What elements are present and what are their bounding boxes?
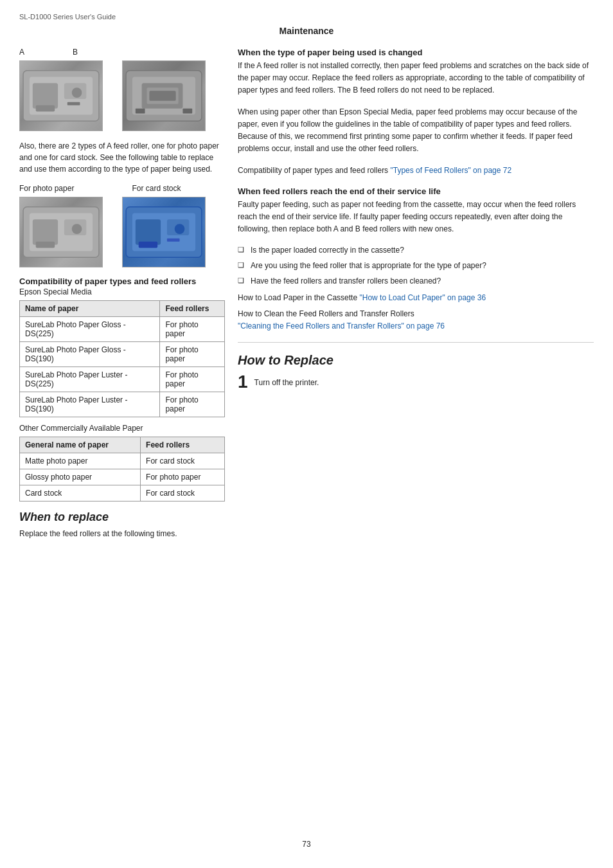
- label-a: A: [19, 48, 24, 57]
- feed-roller-cell: For photo paper: [160, 392, 225, 417]
- roller-b-image: [122, 60, 206, 131]
- svg-rect-2: [33, 83, 58, 108]
- list-item: Have the feed rollers and transfer rolle…: [238, 275, 594, 287]
- feed-roller-cell: For photo paper: [160, 367, 225, 392]
- label-for-card: For card stock: [132, 184, 181, 193]
- when-replace-title: When to replace: [19, 511, 225, 524]
- svg-rect-12: [136, 109, 145, 114]
- svg-rect-26: [167, 239, 180, 242]
- table1-header-paper: Name of paper: [20, 301, 160, 317]
- types-of-rollers-link[interactable]: "Types of Feed Rollers" on page 72: [390, 166, 511, 175]
- type-changed-body: If the A feed roller is not installed co…: [238, 60, 594, 97]
- table2-header-rollers: Feed rollers: [141, 437, 225, 453]
- divider: [238, 342, 594, 343]
- paper-name-cell: SureLab Photo Paper Gloss - DS(225): [20, 317, 160, 342]
- photo-roller-image: [19, 197, 103, 267]
- how-to-replace-title: How to Replace: [238, 353, 594, 368]
- ab-label-row: A B: [19, 48, 225, 57]
- compatibility-link-row: Compatibility of paper types and feed ro…: [238, 165, 594, 177]
- other-paper-label: Other Commercially Available Paper: [19, 424, 225, 433]
- list-item: Is the paper loaded correctly in the cas…: [238, 244, 594, 256]
- compatibility-subtitle: Epson Special Media: [19, 287, 225, 296]
- paper-name-cell: SureLab Photo Paper Luster - DS(225): [20, 367, 160, 392]
- feed-roller-cell: For card stock: [141, 453, 225, 469]
- card-roller-image: [122, 197, 206, 267]
- paper-name-cell: SureLab Photo Paper Gloss - DS(190): [20, 342, 160, 367]
- feed-roller-cell: For card stock: [141, 485, 225, 502]
- photo-card-image-row: [19, 197, 225, 267]
- feed-roller-cell: For photo paper: [141, 469, 225, 485]
- svg-point-18: [72, 224, 82, 234]
- feed-roller-cell: For photo paper: [160, 342, 225, 367]
- other-paper-table: General name of paper Feed rollers Matte…: [19, 437, 225, 502]
- type-changed-heading: When the type of paper being used is cha…: [238, 48, 594, 57]
- clean-link-prefix: How to Clean the Feed Rollers and Transf…: [238, 309, 414, 318]
- svg-point-24: [175, 224, 185, 234]
- general-paper-cell: Card stock: [20, 485, 141, 502]
- ab-image-row: [19, 60, 225, 131]
- table-row: SureLab Photo Paper Luster - DS(190)For …: [20, 392, 225, 417]
- guide-header: SL-D1000 Series User's Guide: [19, 13, 594, 21]
- svg-rect-11: [149, 91, 175, 101]
- table2-header-paper: General name of paper: [20, 437, 141, 453]
- svg-rect-19: [36, 242, 55, 248]
- checklist: Is the paper loaded correctly in the cas…: [238, 244, 594, 287]
- service-life-heading: When feed rollers reach the end of their…: [238, 186, 594, 196]
- other-paper-body: When using paper other than Epson Specia…: [238, 106, 594, 156]
- epson-media-table: Name of paper Feed rollers SureLab Photo…: [19, 300, 225, 417]
- left-column: A B: [19, 48, 225, 827]
- table-row: SureLab Photo Paper Luster - DS(225)For …: [20, 367, 225, 392]
- right-column: When the type of paper being used is cha…: [238, 48, 594, 827]
- feed-roller-cell: For photo paper: [160, 317, 225, 342]
- compatibility-title: Compatibility of paper types and feed ro…: [19, 276, 225, 286]
- paper-name-cell: SureLab Photo Paper Luster - DS(190): [20, 392, 160, 417]
- section-title: Maintenance: [19, 26, 594, 36]
- svg-rect-6: [67, 102, 80, 105]
- section-other-paper: When using paper other than Epson Specia…: [238, 106, 594, 177]
- section-type-changed: When the type of paper being used is cha…: [238, 48, 594, 97]
- cassette-link-prefix: How to Load Paper in the Cassette: [238, 293, 357, 302]
- cut-paper-link[interactable]: "How to Load Cut Paper" on page 36: [359, 293, 486, 302]
- compatibility-link-prefix: Compatibility of paper types and feed ro…: [238, 166, 388, 175]
- two-col-layout: A B: [19, 48, 594, 827]
- svg-rect-13: [182, 109, 192, 114]
- svg-rect-5: [36, 105, 55, 112]
- table1-header-rollers: Feed rollers: [160, 301, 225, 317]
- svg-rect-16: [33, 219, 58, 244]
- step-1-text: Turn off the printer.: [254, 378, 319, 387]
- section-service-life: When feed rollers reach the end of their…: [238, 186, 594, 236]
- table-row: Card stockFor card stock: [20, 485, 225, 502]
- table-row: SureLab Photo Paper Gloss - DS(225)For p…: [20, 317, 225, 342]
- label-b: B: [73, 48, 78, 57]
- general-paper-cell: Glossy photo paper: [20, 469, 141, 485]
- cleaning-rollers-link[interactable]: "Cleaning the Feed Rollers and Transfer …: [238, 321, 445, 330]
- service-life-body: Faulty paper feeding, such as paper not …: [238, 199, 594, 236]
- svg-rect-22: [136, 219, 161, 244]
- page-number: 73: [19, 840, 594, 849]
- roller-a-image: [19, 60, 103, 131]
- cassette-link-row: How to Load Paper in the Cassette "How t…: [238, 292, 594, 304]
- when-replace-body: Replace the feed rollers at the followin…: [19, 528, 225, 539]
- table-row: SureLab Photo Paper Gloss - DS(190)For p…: [20, 342, 225, 367]
- page: SL-D1000 Series User's Guide Maintenance…: [0, 0, 613, 868]
- list-item: Are you using the feed roller that is ap…: [238, 260, 594, 271]
- label-for-photo: For photo paper: [19, 184, 74, 193]
- svg-rect-25: [139, 242, 157, 248]
- table-row: Matte photo paperFor card stock: [20, 453, 225, 469]
- photo-card-label-row: For photo paper For card stock: [19, 184, 225, 193]
- clean-link-row: How to Clean the Feed Rollers and Transf…: [238, 308, 594, 332]
- step-1-row: 1 Turn off the printer.: [238, 373, 594, 391]
- general-paper-cell: Matte photo paper: [20, 453, 141, 469]
- step-1-number: 1: [238, 373, 248, 391]
- table-row: Glossy photo paperFor photo paper: [20, 469, 225, 485]
- intro-text: Also, there are 2 types of A feed roller…: [19, 140, 225, 175]
- svg-point-4: [72, 87, 82, 98]
